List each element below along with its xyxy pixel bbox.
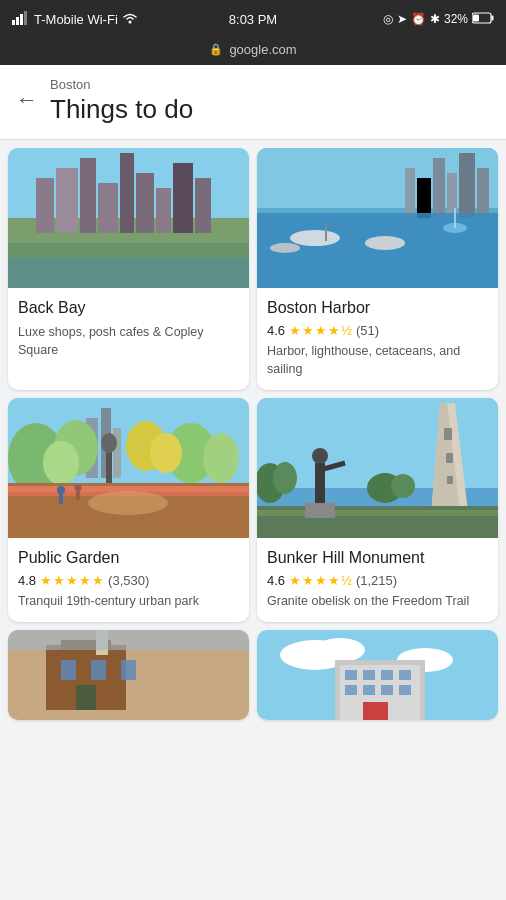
svg-point-72 (273, 462, 297, 494)
svg-point-68 (312, 448, 328, 464)
alarm-icon: ⏰ (411, 12, 426, 26)
card-image-back-bay (8, 148, 249, 288)
nav-icon: ➤ (397, 12, 407, 26)
svg-point-53 (88, 491, 168, 515)
stars-boston-harbor: ★ ★ ★ ★ ½ (289, 323, 352, 338)
svg-rect-84 (8, 630, 249, 650)
card-rating-public-garden: 4.8 ★ ★ ★ ★ ★ (3,530) (18, 573, 239, 588)
svg-rect-66 (257, 510, 498, 516)
svg-rect-99 (363, 702, 388, 720)
bluetooth-icon: ✱ (430, 12, 440, 26)
svg-rect-81 (91, 660, 106, 680)
svg-rect-92 (363, 670, 375, 680)
svg-rect-17 (173, 163, 193, 233)
back-button[interactable]: ← (16, 87, 38, 113)
status-right: ◎ ➤ ⏰ ✱ 32% (383, 12, 494, 27)
bottom-cards-row (0, 630, 506, 728)
svg-rect-1 (16, 17, 19, 25)
card-title-boston-harbor: Boston Harbor (267, 298, 488, 319)
svg-point-4 (128, 20, 131, 23)
svg-rect-6 (492, 15, 494, 20)
svg-rect-51 (106, 448, 112, 483)
svg-rect-10 (36, 178, 54, 233)
card-title-public-garden: Public Garden (18, 548, 239, 569)
svg-point-32 (365, 236, 405, 250)
card-desc-public-garden: Tranquil 19th-century urban park (18, 592, 239, 610)
svg-rect-0 (12, 20, 15, 25)
svg-rect-64 (447, 476, 453, 484)
svg-rect-13 (98, 183, 118, 233)
svg-rect-14 (120, 153, 134, 233)
page-header: ← Boston Things to do (0, 65, 506, 140)
svg-rect-31 (325, 223, 327, 241)
stars-bunker-hill: ★ ★ ★ ★ ½ (289, 573, 352, 588)
svg-rect-24 (417, 178, 431, 218)
svg-rect-70 (305, 503, 335, 518)
location-icon: ◎ (383, 12, 393, 26)
battery-level: 32% (444, 12, 468, 26)
card-body-back-bay: Back Bay Luxe shops, posh cafes & Copley… (8, 288, 249, 371)
card-body-boston-harbor: Boston Harbor 4.6 ★ ★ ★ ★ ½ (51) Harbor,… (257, 288, 498, 390)
address-bar[interactable]: 🔒 google.com (0, 38, 506, 65)
lock-icon: 🔒 (209, 43, 223, 56)
svg-rect-18 (195, 178, 211, 233)
card-image-public-garden (8, 398, 249, 538)
svg-rect-82 (121, 660, 136, 680)
svg-rect-23 (405, 168, 415, 218)
svg-rect-95 (345, 685, 357, 695)
header-location: Boston (50, 77, 193, 92)
svg-point-74 (391, 474, 415, 498)
svg-rect-83 (76, 685, 96, 710)
svg-rect-12 (80, 158, 96, 233)
svg-point-56 (75, 485, 82, 492)
card-bottom-right[interactable] (257, 630, 498, 720)
battery-icon (472, 12, 494, 27)
svg-rect-11 (56, 168, 78, 233)
svg-point-54 (57, 486, 65, 494)
svg-point-45 (203, 433, 239, 483)
svg-rect-20 (8, 258, 249, 288)
card-body-bunker-hill: Bunker Hill Monument 4.6 ★ ★ ★ ★ ½ (1,21… (257, 538, 498, 622)
card-bottom-left[interactable] (8, 630, 249, 720)
url-text: google.com (229, 42, 296, 57)
card-public-garden[interactable]: Public Garden 4.8 ★ ★ ★ ★ ★ (3,530) Tran… (8, 398, 249, 622)
signal-bars (12, 11, 30, 28)
card-desc-boston-harbor: Harbor, lighthouse, cetaceans, and saili… (267, 342, 488, 378)
header-text: Boston Things to do (50, 77, 193, 125)
card-desc-bunker-hill: Granite obelisk on the Freedom Trail (267, 592, 488, 610)
wifi-icon (122, 12, 138, 27)
svg-rect-27 (459, 153, 475, 218)
status-bar: T-Mobile Wi-Fi 8:03 PM ◎ ➤ ⏰ ✱ 32% (0, 0, 506, 38)
card-title-bunker-hill: Bunker Hill Monument (267, 548, 488, 569)
svg-rect-15 (136, 173, 154, 233)
svg-rect-25 (433, 158, 445, 218)
svg-rect-96 (363, 685, 375, 695)
svg-point-87 (315, 638, 365, 662)
svg-rect-91 (345, 670, 357, 680)
svg-rect-63 (446, 453, 453, 463)
svg-point-47 (150, 433, 182, 473)
card-image-bunker-hill (257, 398, 498, 538)
card-rating-bunker-hill: 4.6 ★ ★ ★ ★ ½ (1,215) (267, 573, 488, 588)
card-bunker-hill[interactable]: Bunker Hill Monument 4.6 ★ ★ ★ ★ ½ (1,21… (257, 398, 498, 622)
card-back-bay[interactable]: Back Bay Luxe shops, posh cafes & Copley… (8, 148, 249, 390)
card-desc-back-bay: Luxe shops, posh cafes & Copley Square (18, 323, 239, 359)
svg-rect-28 (477, 168, 489, 218)
svg-rect-80 (61, 660, 76, 680)
svg-point-43 (43, 441, 79, 485)
svg-rect-94 (399, 670, 411, 680)
card-title-back-bay: Back Bay (18, 298, 239, 319)
svg-rect-2 (20, 14, 23, 25)
page-title: Things to do (50, 94, 193, 125)
svg-rect-16 (156, 188, 171, 233)
cards-grid: Back Bay Luxe shops, posh cafes & Copley… (0, 140, 506, 630)
svg-rect-62 (444, 428, 452, 440)
card-image-boston-harbor (257, 148, 498, 288)
svg-rect-93 (381, 670, 393, 680)
svg-point-52 (101, 433, 117, 453)
card-rating-boston-harbor: 4.6 ★ ★ ★ ★ ½ (51) (267, 323, 488, 338)
status-left: T-Mobile Wi-Fi (12, 11, 138, 28)
card-boston-harbor[interactable]: Boston Harbor 4.6 ★ ★ ★ ★ ½ (51) Harbor,… (257, 148, 498, 390)
status-time: 8:03 PM (229, 12, 277, 27)
svg-rect-7 (473, 14, 479, 21)
